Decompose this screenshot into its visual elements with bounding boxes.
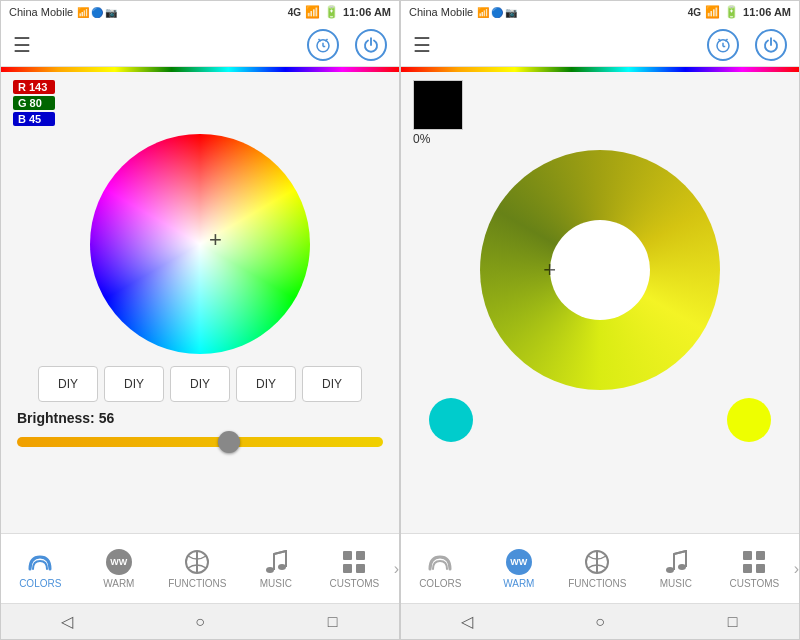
power-icon-2 <box>762 36 780 54</box>
menu-icon-1[interactable]: ☰ <box>13 33 31 57</box>
status-right-1: 4G 📶 🔋 11:06 AM <box>288 5 391 19</box>
svg-rect-24 <box>743 551 752 560</box>
alarm-button-2[interactable] <box>707 29 739 61</box>
signal-text-2: 4G <box>688 7 701 18</box>
back-button-1[interactable]: ◁ <box>47 610 87 634</box>
g-label: G 80 <box>13 96 55 110</box>
crosshair-1: + <box>209 229 222 251</box>
nav-item-music-2[interactable]: MUSIC <box>637 548 716 589</box>
nav-item-music-1[interactable]: MUSIC <box>237 548 316 589</box>
ww-badge-1: WW <box>106 549 132 575</box>
carrier-text-2: China Mobile <box>409 6 473 18</box>
home-button-1[interactable]: ○ <box>180 610 220 634</box>
brightness-label: Brightness: 56 <box>17 410 383 426</box>
customs-label-2: CUSTOMS <box>729 578 779 589</box>
home-button-2[interactable]: ○ <box>580 610 620 634</box>
donut-wheel-container[interactable]: + <box>480 150 720 390</box>
nav-item-colors-2[interactable]: COLORS <box>401 548 480 589</box>
signal-bars: 📶 <box>305 5 320 19</box>
customs-icon-2 <box>740 548 768 576</box>
nav-item-warm-1[interactable]: WW WARM <box>80 548 159 589</box>
main-content-2: 0% + <box>401 72 799 533</box>
donut-hole <box>550 220 650 320</box>
bottom-nav-2: COLORS WW WARM FUNCTIONS <box>401 533 799 603</box>
recent-button-2[interactable]: □ <box>713 610 753 634</box>
svg-rect-11 <box>356 551 365 560</box>
customs-label-1: CUSTOMS <box>329 578 379 589</box>
svg-rect-26 <box>743 564 752 573</box>
phone-1: China Mobile 📶 🔵 📷 4G 📶 🔋 11:06 AM ☰ <box>0 0 400 640</box>
color-circle-right[interactable] <box>727 398 771 442</box>
diy-buttons: DIY DIY DIY DIY DIY <box>13 366 387 402</box>
colors-label-2: COLORS <box>419 578 461 589</box>
nav-item-warm-2[interactable]: WW WARM <box>480 548 559 589</box>
diy-btn-1[interactable]: DIY <box>38 366 98 402</box>
nav-item-functions-2[interactable]: FUNCTIONS <box>558 548 637 589</box>
color-circle-left[interactable] <box>429 398 473 442</box>
color-preview[interactable] <box>413 80 463 130</box>
music-label-2: MUSIC <box>660 578 692 589</box>
donut-wheel[interactable]: + <box>480 150 720 390</box>
ww-badge-2: WW <box>506 549 532 575</box>
rainbow-icon-2 <box>426 551 454 573</box>
power-button-1[interactable] <box>355 29 387 61</box>
diy-btn-4[interactable]: DIY <box>236 366 296 402</box>
bottom-nav-1: COLORS WW WARM FUNCTIONS <box>1 533 399 603</box>
power-button-2[interactable] <box>755 29 787 61</box>
carrier-icons-2: 📶 🔵 📷 <box>477 7 517 18</box>
color-circles <box>413 390 787 450</box>
warm-icon-2: WW <box>505 548 533 576</box>
colors-icon-1 <box>26 548 54 576</box>
svg-rect-25 <box>756 551 765 560</box>
warm-icon-1: WW <box>105 548 133 576</box>
brightness-slider[interactable] <box>17 432 383 452</box>
color-wheel-container[interactable]: + <box>90 134 310 354</box>
music-svg-2 <box>665 550 687 574</box>
music-svg-1 <box>265 550 287 574</box>
recent-button-1[interactable]: □ <box>313 610 353 634</box>
svg-rect-10 <box>343 551 352 560</box>
main-content-1: R 143 G 80 B 45 + DIY DIY DIY DIY DIY Br… <box>1 72 399 533</box>
b-label: B 45 <box>13 112 55 126</box>
svg-line-23 <box>674 551 686 554</box>
diy-btn-5[interactable]: DIY <box>302 366 362 402</box>
top-bar-1: ☰ <box>1 23 399 67</box>
svg-point-7 <box>266 567 274 573</box>
alarm-button-1[interactable] <box>307 29 339 61</box>
music-icon-1 <box>262 548 290 576</box>
top-icons-2 <box>707 29 787 61</box>
svg-rect-27 <box>756 564 765 573</box>
carrier-icons: 📶 🔵 📷 <box>77 7 117 18</box>
status-bar-1: China Mobile 📶 🔵 📷 4G 📶 🔋 11:06 AM <box>1 1 399 23</box>
time-2: 11:06 AM <box>743 6 791 18</box>
music-icon-2 <box>662 548 690 576</box>
back-button-2[interactable]: ◁ <box>447 610 487 634</box>
status-bar-2: China Mobile 📶 🔵 📷 4G 📶 🔋 11:06 AM <box>401 1 799 23</box>
svg-rect-13 <box>356 564 365 573</box>
rgb-labels: R 143 G 80 B 45 <box>13 80 55 126</box>
diy-btn-3[interactable]: DIY <box>170 366 230 402</box>
nav-item-colors-1[interactable]: COLORS <box>1 548 80 589</box>
functions-icon-1 <box>183 548 211 576</box>
top-icons-1 <box>307 29 387 61</box>
battery: 🔋 <box>324 5 339 19</box>
nav-item-customs-2[interactable]: CUSTOMS <box>715 548 794 589</box>
customs-svg-2 <box>741 549 767 575</box>
nav-item-customs-1[interactable]: CUSTOMS <box>315 548 394 589</box>
diy-btn-2[interactable]: DIY <box>104 366 164 402</box>
nav-bar-1: ◁ ○ □ <box>1 603 399 639</box>
slider-track <box>17 437 383 447</box>
alarm-icon-2 <box>714 36 732 54</box>
carrier-info: China Mobile 📶 🔵 📷 <box>9 6 117 18</box>
carrier-text: China Mobile <box>9 6 73 18</box>
brightness-section: Brightness: 56 <box>13 410 387 452</box>
colors-icon-2 <box>426 548 454 576</box>
nav-item-functions-1[interactable]: FUNCTIONS <box>158 548 237 589</box>
nav-chevron-2: › <box>794 560 799 578</box>
menu-icon-2[interactable]: ☰ <box>413 33 431 57</box>
functions-icon-2 <box>583 548 611 576</box>
color-wheel[interactable]: + <box>90 134 310 354</box>
slider-thumb[interactable] <box>218 431 240 453</box>
functions-svg-2 <box>584 549 610 575</box>
phone-2: China Mobile 📶 🔵 📷 4G 📶 🔋 11:06 AM ☰ <box>400 0 800 640</box>
